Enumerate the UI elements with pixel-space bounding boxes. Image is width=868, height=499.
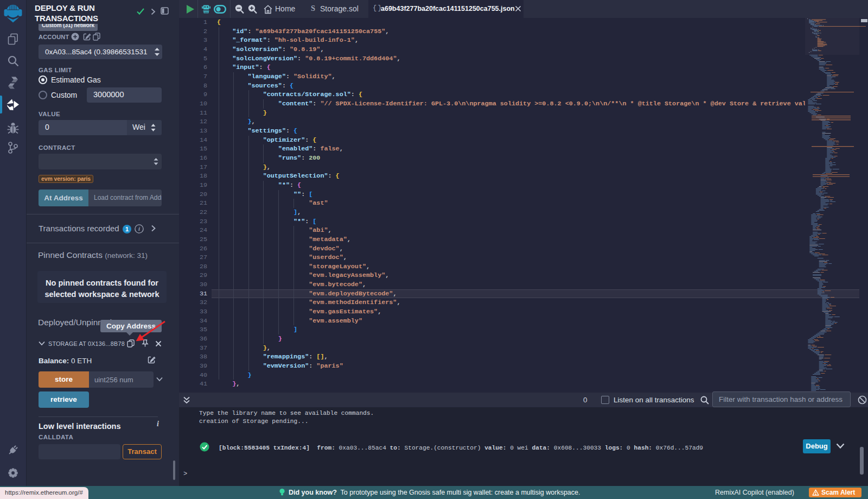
svg-text:i: i [138, 225, 141, 232]
